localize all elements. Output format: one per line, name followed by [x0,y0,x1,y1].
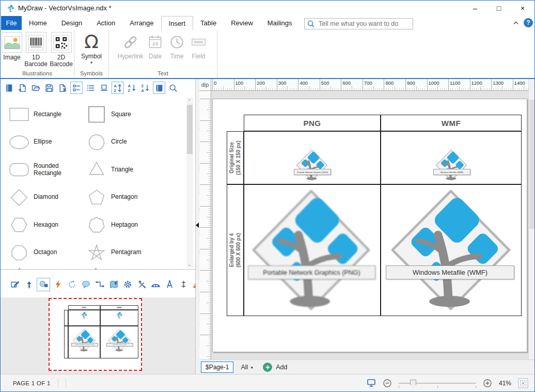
edit-icon[interactable] [9,278,21,291]
png-banner[interactable]: Portable Network Graphics (PNG) [248,265,375,279]
table-header-wmf[interactable]: WMF [381,115,522,131]
shape-label: Triangle [111,166,133,174]
ribbon-button-1d-barcode[interactable]: 1D Barcode [24,32,48,68]
fit-page-icon[interactable] [518,378,528,388]
zoom-thumb[interactable] [410,380,416,388]
tools-icon[interactable] [135,278,148,291]
zoom-out-icon[interactable] [383,379,392,388]
remove-document-icon[interactable] [57,82,68,93]
shape-item-circle[interactable]: Circle [86,129,164,156]
map-icon[interactable] [107,278,120,291]
tab-arrange[interactable]: Arrange [122,16,161,30]
tell-me-search[interactable] [304,18,413,29]
canvas-scrollbar[interactable] [528,79,535,359]
tab-design[interactable]: Design [54,16,89,30]
collapse-ribbon-icon[interactable] [512,19,520,26]
view-list-icon[interactable] [85,82,96,93]
zoom-in-icon[interactable] [483,379,492,388]
shape-item-pentagon[interactable]: Pentagon [86,184,164,212]
barcode-2d-icon [51,32,72,53]
new-document-icon[interactable] [17,82,28,93]
barcode-1d-icon [26,32,46,53]
drawing-page[interactable]: PNGWMFOriginal Size(150 X 150 px)Enlarge… [212,99,527,352]
tab-mailings[interactable]: Mailings [260,16,300,30]
search-shapes-icon[interactable] [167,82,179,93]
tab-home[interactable]: Home [22,16,54,30]
add-page-label[interactable]: Add [276,364,287,371]
quick-action-icon[interactable] [52,278,64,291]
spacing-icon[interactable] [177,278,190,291]
shape-item-rounded-rectangle[interactable]: Rounded Rectangle [9,156,86,184]
ruler-tick-label: 100 [199,122,201,130]
page-tab[interactable]: $Page-1 [201,362,233,373]
minimize-button[interactable]: – [463,1,487,16]
add-page-icon[interactable]: + [263,363,272,372]
png-banner-small[interactable]: Portable Network Graphics (PNG) [294,169,331,175]
shape-label: Heptagon [111,222,138,229]
shape-item-ellipse[interactable]: Ellipse [9,129,86,156]
help-button[interactable]: ? [524,18,533,27]
fit-to-window-icon[interactable] [367,379,376,387]
tab-insert[interactable]: Insert [161,16,194,30]
shape-list-scrollbar[interactable]: ⌃ ⌄ [186,98,193,268]
shapes-tool-icon[interactable] [37,278,50,291]
shape-item-triangle[interactable]: Triangle [86,156,164,184]
ribbon-button-symbol[interactable]: ΩSymbol▼ [81,32,102,65]
shape-item-heptagon[interactable]: Heptagon [86,211,164,239]
wmf-logo-large[interactable] [389,188,512,312]
tab-table[interactable]: Table [193,16,224,30]
sort-descending-icon[interactable]: ZA [139,82,151,93]
scrollbar-thumb[interactable] [529,100,535,229]
search-icon [307,20,315,28]
scrollbar-thumb[interactable] [187,105,193,154]
scroll-down-icon[interactable]: ⌄ [187,262,192,267]
collapse-splitter-icon[interactable] [196,223,199,228]
shape-item-hexagon[interactable]: Hexagon [9,211,86,239]
row-label-original-size[interactable]: Original Size(150 X 150 px) [227,131,244,184]
wmf-banner-small[interactable]: Windows Metafile (WMF) [433,169,470,175]
ribbon-group-symbols: ΩSymbol▼Symbols [74,30,109,78]
thumbnail-table-cell: PNG [68,305,100,310]
refresh-icon[interactable] [66,278,78,291]
library-icon[interactable] [3,82,14,93]
compass-icon[interactable] [163,278,176,291]
shape-item-pentagram[interactable]: Pentagram [86,239,164,267]
shape-library-icon[interactable] [153,82,165,94]
ribbon-button-time: Time [167,32,187,60]
page-thumbnail[interactable]: PNGWMF [49,298,142,371]
png-logo-small[interactable] [296,149,328,181]
table-header-png[interactable]: PNG [244,115,381,131]
shape-item-octagon[interactable]: Octagon [9,239,86,267]
ribbon-button-image[interactable]: Image [2,32,22,68]
view-thumbnails-icon[interactable] [98,82,109,93]
comment-icon[interactable] [80,278,92,291]
connector-icon[interactable] [93,278,106,291]
close-button[interactable]: × [511,1,534,16]
ruler-tick-label: 700 [364,80,372,86]
sort-az-both-icon[interactable]: AZ [112,82,124,94]
maximize-button[interactable]: □ [487,1,511,16]
png-logo-large[interactable] [250,188,372,312]
pointer-icon[interactable] [23,278,35,291]
file-menu-button[interactable]: File [1,16,22,30]
bridge-icon[interactable] [149,278,162,291]
scroll-up-icon[interactable]: ⌃ [187,99,192,104]
ribbon-button-2d-barcode[interactable]: 2D Barcode [50,32,73,68]
gear-icon[interactable] [121,278,134,291]
shape-item-square[interactable]: Square [86,101,164,129]
save-icon[interactable] [43,82,55,93]
view-details-icon[interactable] [70,82,83,94]
open-icon[interactable] [30,82,41,93]
page-filter-dropdown[interactable]: All ▲ [241,364,254,371]
shape-item-rectangle[interactable]: Rectangle [9,101,86,129]
wmf-banner[interactable]: Windows Metafile (WMF) [386,265,514,279]
search-input[interactable] [318,20,407,28]
tab-action[interactable]: Action [89,16,122,30]
shape-item-diamond[interactable]: Diamond [9,184,86,212]
tab-review[interactable]: Review [224,16,260,30]
row-label-enlarged[interactable]: Enlarged by 4(600 X 600 px) [227,184,244,316]
panel-splitter[interactable] [196,79,199,374]
zoom-slider[interactable] [399,379,476,387]
wmf-logo-small[interactable] [435,149,467,181]
sort-ascending-icon[interactable]: AZ [126,82,137,93]
